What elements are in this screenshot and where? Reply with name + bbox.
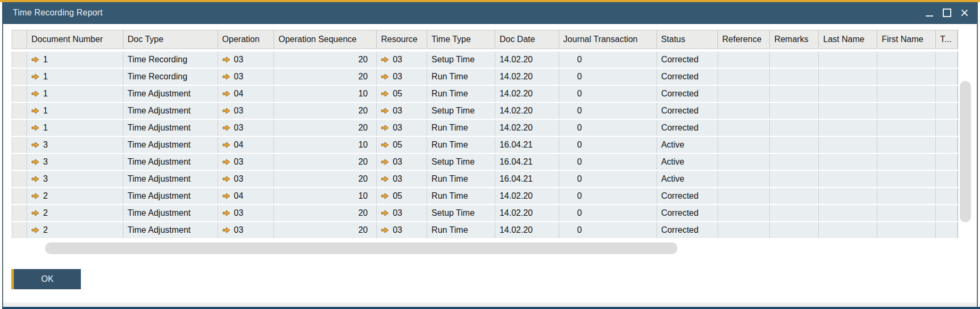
column-header-remarks[interactable]: Remarks	[770, 30, 819, 48]
column-header-time-type[interactable]: Time Type	[427, 30, 495, 48]
cell-time-type: Run Time	[427, 137, 495, 153]
link-arrow-icon[interactable]	[381, 56, 389, 63]
minimize-button[interactable]	[925, 6, 934, 20]
link-arrow-icon[interactable]	[381, 193, 389, 199]
link-arrow-icon[interactable]	[381, 159, 389, 165]
row-selector[interactable]	[12, 52, 27, 68]
column-header-doc-date[interactable]: Doc Date	[495, 30, 559, 48]
table-row[interactable]: 2Time Adjustment 0410 05Run Time14.02.20…	[12, 188, 958, 204]
cell-status: Active	[657, 137, 718, 153]
column-header-reference[interactable]: Reference	[718, 30, 770, 48]
cell-first-name	[877, 69, 936, 85]
table-row[interactable]: 2Time Adjustment 0320 03Run Time14.02.20…	[12, 222, 958, 238]
column-header-resource[interactable]: Resource	[377, 30, 427, 48]
table-row[interactable]: 1Time Adjustment 0320 03Run Time14.02.20…	[12, 120, 958, 136]
cell-reference	[718, 188, 770, 204]
cell-doc-date: 16.04.21	[495, 171, 559, 187]
cell-document-number-value: 2	[43, 191, 48, 201]
table-row[interactable]: 1Time Recording 0320 03Setup Time14.02.2…	[12, 52, 958, 68]
cell-operation-value: 03	[234, 106, 244, 116]
link-arrow-icon[interactable]	[381, 210, 389, 216]
cell-resource: 05	[377, 86, 427, 102]
vertical-scrollbar-thumb[interactable]	[960, 81, 971, 222]
cell-document-number-value: 3	[43, 157, 48, 167]
link-arrow-icon[interactable]	[31, 125, 39, 131]
table-row[interactable]: 2Time Adjustment 0320 03Setup Time14.02.…	[12, 205, 958, 221]
row-selector[interactable]	[12, 222, 27, 238]
link-arrow-icon[interactable]	[381, 176, 389, 182]
link-arrow-icon[interactable]	[31, 74, 39, 80]
link-arrow-icon[interactable]	[222, 210, 230, 216]
table-row[interactable]: 3Time Adjustment 0410 05Run Time16.04.21…	[12, 137, 958, 153]
link-arrow-icon[interactable]	[381, 74, 389, 80]
link-arrow-icon[interactable]	[222, 227, 230, 233]
table-row[interactable]: 1Time Adjustment 0410 05Run Time14.02.20…	[12, 86, 958, 102]
maximize-button[interactable]	[942, 6, 952, 20]
link-arrow-icon[interactable]	[381, 142, 389, 148]
link-arrow-icon[interactable]	[222, 108, 230, 114]
column-header-document-number[interactable]: Document Number	[27, 30, 123, 48]
column-header-journal-transaction[interactable]: Journal Transaction	[559, 30, 657, 48]
row-selector[interactable]	[12, 137, 27, 153]
link-arrow-icon[interactable]	[222, 159, 230, 165]
row-selector[interactable]	[12, 120, 27, 136]
cell-time-type-value: Setup Time	[431, 208, 475, 218]
titlebar[interactable]: Time Recording Report	[2, 2, 978, 24]
link-arrow-icon[interactable]	[31, 210, 39, 216]
row-selector[interactable]	[12, 154, 27, 170]
column-header-doc-type[interactable]: Doc Type	[123, 30, 218, 48]
link-arrow-icon[interactable]	[222, 176, 230, 182]
link-arrow-icon[interactable]	[31, 159, 39, 165]
column-header-operation-sequence[interactable]: Operation Sequence	[274, 30, 377, 48]
link-arrow-icon[interactable]	[381, 125, 389, 131]
link-arrow-icon[interactable]	[31, 193, 39, 199]
table-row[interactable]: 1Time Adjustment 0320 03Setup Time14.02.…	[12, 103, 958, 119]
link-arrow-icon[interactable]	[222, 142, 230, 148]
cell-journal-transaction-value: 0	[577, 72, 582, 82]
link-arrow-icon[interactable]	[222, 193, 230, 199]
link-arrow-icon[interactable]	[31, 227, 39, 233]
cell-journal-transaction: 0	[559, 222, 657, 238]
column-header-t[interactable]: T...	[936, 30, 958, 48]
cell-reference	[718, 103, 770, 119]
link-arrow-icon[interactable]	[31, 56, 39, 63]
link-arrow-icon[interactable]	[31, 142, 39, 148]
cell-operation-sequence: 20	[274, 205, 377, 221]
cell-doc-date-value: 14.02.20	[500, 191, 533, 201]
column-header-first-name[interactable]: First Name	[877, 30, 936, 48]
column-header-last-name[interactable]: Last Name	[819, 30, 877, 48]
horizontal-scrollbar-thumb[interactable]	[45, 242, 677, 254]
cell-doc-date: 16.04.21	[495, 154, 559, 170]
cell-time-type: Setup Time	[427, 52, 495, 68]
table-row[interactable]: 1Time Recording 0320 03Run Time14.02.200…	[12, 69, 958, 85]
link-arrow-icon[interactable]	[381, 227, 389, 233]
column-header-status[interactable]: Status	[657, 30, 718, 48]
link-arrow-icon[interactable]	[222, 91, 230, 97]
link-arrow-icon[interactable]	[222, 74, 230, 80]
link-arrow-icon[interactable]	[31, 91, 39, 97]
cell-journal-transaction: 0	[559, 154, 657, 170]
row-selector[interactable]	[12, 86, 27, 102]
row-selector[interactable]	[12, 188, 27, 204]
link-arrow-icon[interactable]	[31, 176, 39, 182]
table-row[interactable]: 3Time Adjustment 0320 03Run Time16.04.21…	[12, 171, 958, 187]
link-arrow-icon[interactable]	[222, 125, 230, 131]
column-header-operation[interactable]: Operation	[218, 30, 275, 48]
link-arrow-icon[interactable]	[31, 108, 39, 114]
ok-button[interactable]: OK	[11, 269, 81, 289]
cell-resource: 03	[377, 171, 427, 187]
column-header-blank[interactable]	[12, 30, 27, 48]
link-arrow-icon[interactable]	[222, 56, 230, 63]
row-selector[interactable]	[12, 171, 27, 187]
row-selector[interactable]	[12, 69, 27, 85]
link-arrow-icon[interactable]	[381, 91, 389, 97]
cell-doc-type-value: Time Adjustment	[128, 89, 191, 99]
cell-document-number-value: 1	[43, 55, 48, 64]
cell-journal-transaction-value: 0	[577, 208, 582, 218]
table-row[interactable]: 3Time Adjustment 0320 03Setup Time16.04.…	[12, 154, 958, 170]
link-arrow-icon[interactable]	[381, 108, 389, 114]
close-button[interactable]	[960, 6, 969, 20]
row-selector[interactable]	[12, 103, 27, 119]
cell-journal-transaction-value: 0	[577, 174, 582, 184]
row-selector[interactable]	[12, 205, 27, 221]
